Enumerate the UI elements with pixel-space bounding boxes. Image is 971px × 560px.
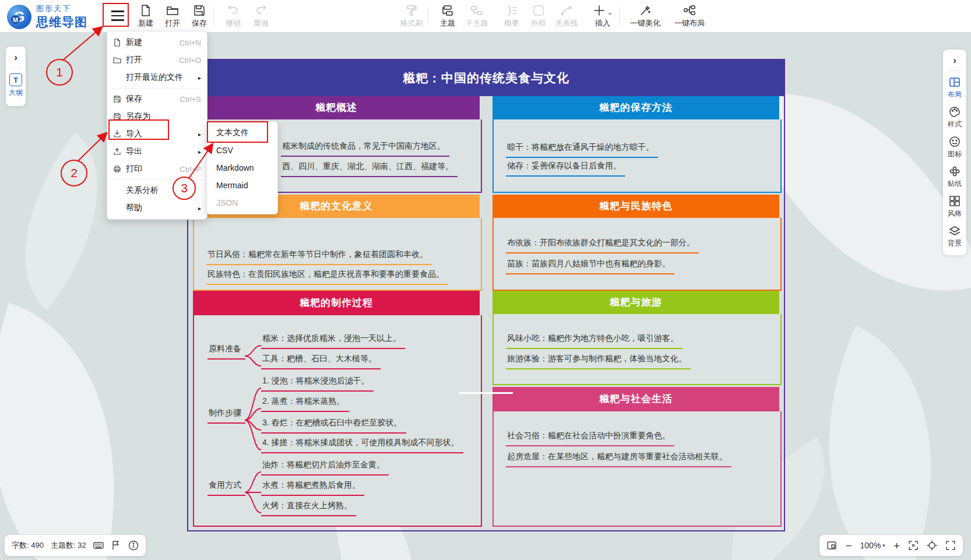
- submenu-arrow-icon: ▸: [198, 205, 201, 212]
- menu-item-import[interactable]: 导入▸: [107, 125, 207, 143]
- zoom-bar: − 100%▾ +: [819, 535, 963, 556]
- topic-node[interactable]: 风味小吃：糍粑作为地方特色小吃，吸引游客。: [506, 333, 682, 349]
- toolbar-divider: [428, 7, 428, 26]
- zoom-out-button[interactable]: −: [845, 540, 852, 551]
- submenu-item-text-file[interactable]: 文本文件: [207, 124, 277, 142]
- topic-node[interactable]: 食用方式: [207, 480, 245, 496]
- topic-node[interactable]: 3. 舂烂：在粑槽或石臼中舂烂至胶状。: [261, 418, 406, 434]
- zoom-in-button[interactable]: +: [893, 540, 900, 551]
- zoom-level[interactable]: 100%▾: [860, 541, 885, 550]
- topic-node[interactable]: 社会习俗：糍粑在社会活动中扮演重要角色。: [506, 431, 674, 446]
- subtopic-icon: [470, 4, 483, 17]
- menu-item-open[interactable]: 打开Ctrl+O: [107, 51, 207, 69]
- topic-node[interactable]: 油炸：将糍粑切片后油炸至金黄。: [261, 460, 389, 476]
- locate-center-icon[interactable]: [927, 540, 937, 551]
- fullscreen-icon[interactable]: [945, 540, 956, 551]
- topic-node[interactable]: 4. 揉搓：将糯米揉成团状，可使用模具制成不同形状。: [261, 438, 463, 453]
- menu-item-save[interactable]: 保存Ctrl+S: [107, 90, 207, 108]
- menu-divider: [112, 179, 202, 180]
- redo-button[interactable]: 重做: [245, 0, 277, 32]
- menu-item-relation-analysis[interactable]: 关系分析: [107, 182, 207, 199]
- topic-node[interactable]: 布依族：开阳布依族群众打糍粑是其文化的一部分。: [506, 238, 699, 253]
- center-guide-line: [459, 392, 513, 394]
- format-painter-button[interactable]: 格式刷: [395, 0, 428, 32]
- style-button[interactable]: 样式: [948, 106, 962, 129]
- brand-line2: 思维导图: [36, 14, 87, 30]
- topic-node[interactable]: 苗族：苗族四月八姑娘节中也有糍粑的身影。: [506, 259, 674, 274]
- info-icon[interactable]: [128, 540, 139, 551]
- layout-button[interactable]: 布局: [948, 76, 962, 100]
- topic-node[interactable]: 糯米：选择优质糯米，浸泡一天以上。: [261, 333, 405, 349]
- relation-line-icon: [560, 4, 573, 17]
- summary-icon: [505, 4, 518, 17]
- right-rail: › 布局 样式 图标 贴纸 风格 背景: [943, 50, 966, 255]
- magic-wand-icon: [639, 4, 652, 17]
- submenu-item-mermaid[interactable]: Mermaid: [207, 177, 277, 194]
- menu-divider: [112, 88, 202, 89]
- export-icon: [113, 147, 121, 156]
- submenu-arrow-icon: ▸: [198, 149, 201, 155]
- theme-style-button[interactable]: 风格: [948, 195, 962, 219]
- layout-icon: [949, 76, 961, 88]
- topic-node[interactable]: 2. 蒸煮：将糯米蒸熟。: [261, 396, 349, 412]
- save-as-icon: [113, 112, 121, 121]
- relation-line-button[interactable]: 关系线: [549, 0, 584, 32]
- submenu-item-markdown[interactable]: Markdown: [207, 159, 277, 177]
- undo-icon: [227, 4, 240, 17]
- insert-button[interactable]: ⌄ 插入: [586, 0, 619, 32]
- topic-node[interactable]: 1. 浸泡：将糯米浸泡后滤干。: [261, 376, 374, 392]
- topic-node[interactable]: 旅游体验：游客可参与制作糍粑，体验当地文化。: [506, 354, 691, 369]
- menu-item-save-as[interactable]: 另存为: [107, 108, 207, 125]
- main-menu-button[interactable]: [108, 6, 127, 25]
- icon-button[interactable]: 图标: [948, 136, 962, 159]
- import-submenu: 文本文件 CSV Markdown Mermaid JSON: [206, 121, 278, 214]
- topic-node[interactable]: 工具：粑槽、石臼、大木槌等。: [261, 354, 381, 369]
- topic-node[interactable]: 糯米制成的传统食品，常见于中国南方地区。: [281, 141, 449, 157]
- menu-item-open-recent[interactable]: 打开最近的文件▸: [107, 69, 207, 86]
- topic-node[interactable]: 晾干：将糍粑放在通风干燥的地方晾干。: [506, 142, 658, 158]
- flag-icon[interactable]: [111, 540, 121, 551]
- keyboard-shortcuts-icon[interactable]: [93, 540, 104, 551]
- submenu-item-csv[interactable]: CSV: [207, 142, 277, 159]
- subtopic-button[interactable]: 子主题: [459, 0, 494, 32]
- divider: [948, 71, 962, 71]
- topic-node[interactable]: 民族特色：在贵阳民族地区，糍粑是庆祝喜事和要事的重要食品。: [206, 269, 448, 285]
- toolbar-divider: [213, 7, 214, 26]
- divider: [9, 68, 23, 68]
- submenu-arrow-icon: ▸: [198, 131, 201, 138]
- topic-node[interactable]: 节日风俗：糍粑常在新年等节日中制作，象征着团圆和丰收。: [206, 249, 432, 265]
- chevron-down-icon: ⌄: [607, 9, 613, 16]
- save-button[interactable]: 保存: [183, 0, 216, 32]
- minimap-icon[interactable]: [826, 540, 837, 551]
- topic-node[interactable]: 火烤：直接在火上烤熟。: [261, 501, 356, 516]
- expand-left-panel-button[interactable]: ›: [14, 47, 17, 68]
- menu-item-help[interactable]: 帮助▸: [107, 199, 207, 217]
- topic-node[interactable]: 水煮：将糍粑煮熟后食用。: [261, 480, 364, 496]
- background-button[interactable]: 背景: [948, 225, 962, 248]
- topic-node[interactable]: 制作步骤: [207, 408, 245, 424]
- import-icon: [113, 130, 121, 138]
- collapse-right-panel-button[interactable]: ›: [953, 50, 956, 71]
- auto-layout-icon: [683, 4, 696, 17]
- open-folder-icon: [166, 4, 179, 17]
- sticker-button[interactable]: 贴纸: [948, 165, 962, 189]
- topic-node[interactable]: 西、四川、重庆、湖北、湖南、江西、福建等。: [281, 161, 458, 177]
- palette-icon: [949, 106, 961, 118]
- flower-icon: [949, 165, 961, 177]
- outline-button[interactable]: T 大纲: [9, 73, 23, 98]
- menu-item-new[interactable]: 新建Ctrl+N: [107, 34, 207, 51]
- toolbar-divider: [619, 7, 620, 26]
- menu-item-export[interactable]: 导出▸: [107, 143, 207, 160]
- topic-node[interactable]: 起房造屋：在某些地区，糍粑与建房等重要社会活动相关联。: [506, 452, 731, 467]
- new-file-icon: [113, 38, 121, 47]
- submenu-arrow-icon: ▸: [198, 75, 201, 81]
- topic-node[interactable]: 储存：妥善保存以备日后食用。: [506, 161, 625, 177]
- fit-to-screen-icon[interactable]: [908, 540, 919, 551]
- format-painter-icon: [405, 4, 418, 17]
- topic-node[interactable]: 原料准备: [207, 344, 245, 360]
- new-file-icon: [139, 4, 152, 17]
- menu-item-print[interactable]: 打印Ctrl+P: [107, 160, 207, 178]
- beautify-button[interactable]: 一键美化: [625, 0, 666, 32]
- auto-layout-button[interactable]: 一键布局: [669, 0, 710, 32]
- outline-icon: T: [9, 73, 22, 86]
